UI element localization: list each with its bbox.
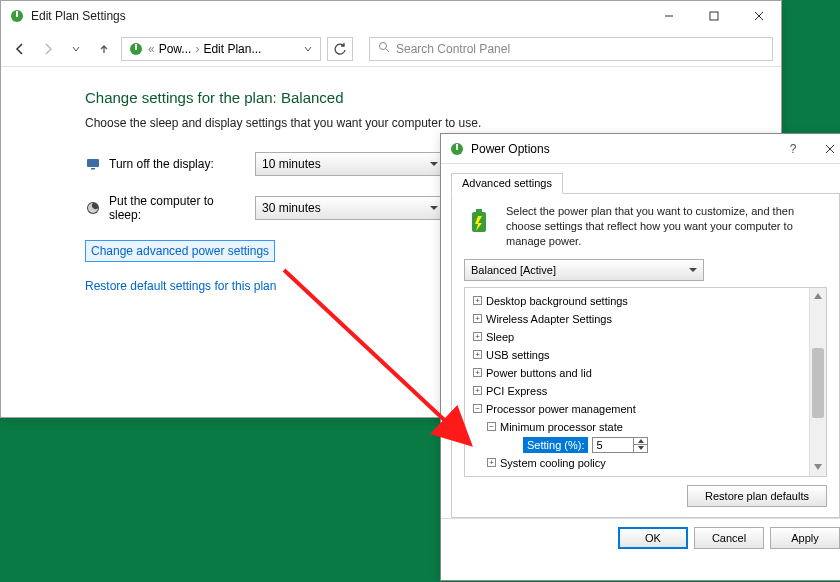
forward-button[interactable]: [37, 38, 59, 60]
display-timeout-dropdown[interactable]: 10 minutes: [255, 152, 445, 176]
cancel-button[interactable]: Cancel: [694, 527, 764, 549]
svg-rect-17: [472, 212, 486, 232]
page-heading: Change settings for the plan: Balanced: [85, 89, 745, 106]
ok-button[interactable]: OK: [618, 527, 688, 549]
dialog-title: Power Options: [471, 142, 550, 156]
sleep-timeout-dropdown[interactable]: 30 minutes: [255, 196, 445, 220]
svg-rect-14: [456, 144, 458, 150]
svg-rect-11: [91, 168, 95, 170]
tree-item[interactable]: +USB settings: [469, 346, 826, 364]
search-icon: [378, 41, 390, 56]
power-plan-dropdown[interactable]: Balanced [Active]: [464, 259, 704, 281]
expand-icon[interactable]: +: [487, 458, 496, 467]
scroll-up-icon[interactable]: [810, 288, 826, 305]
window-title: Edit Plan Settings: [31, 9, 126, 23]
breadcrumb-seg[interactable]: Edit Plan...: [203, 42, 261, 56]
page-description: Choose the sleep and display settings th…: [85, 116, 745, 130]
help-button[interactable]: ?: [776, 134, 810, 164]
svg-rect-18: [476, 209, 482, 212]
expand-icon[interactable]: +: [473, 296, 482, 305]
power-plan-icon: [449, 141, 465, 157]
tree-item[interactable]: +System cooling policy: [469, 454, 826, 472]
display-icon: [85, 156, 101, 172]
expand-icon[interactable]: +: [473, 332, 482, 341]
dialog-titlebar: Power Options ?: [441, 134, 840, 164]
breadcrumb[interactable]: « Pow... › Edit Plan...: [121, 37, 321, 61]
svg-point-8: [380, 43, 387, 50]
refresh-button[interactable]: [327, 37, 353, 61]
dialog-description: Select the power plan that you want to c…: [506, 204, 827, 249]
tree-item-min-processor[interactable]: −Minimum processor state: [469, 418, 826, 436]
close-button[interactable]: [810, 134, 840, 164]
tree-item[interactable]: +PCI Express: [469, 382, 826, 400]
restore-defaults-link[interactable]: Restore default settings for this plan: [85, 279, 276, 293]
collapse-icon[interactable]: −: [473, 404, 482, 413]
svg-rect-10: [87, 159, 99, 167]
setting-spinner[interactable]: [634, 437, 648, 453]
tree-item-processor-power[interactable]: −Processor power management: [469, 400, 826, 418]
breadcrumb-dropdown-icon[interactable]: [300, 42, 316, 56]
svg-line-9: [386, 49, 389, 52]
back-button[interactable]: [9, 38, 31, 60]
spinner-up-icon[interactable]: [634, 438, 647, 446]
tree-item[interactable]: +Sleep: [469, 328, 826, 346]
display-label: Turn off the display:: [109, 157, 214, 171]
minimize-button[interactable]: [646, 1, 691, 31]
setting-row: Setting (%): 5: [469, 436, 826, 454]
breadcrumb-chevron-icon: «: [148, 42, 155, 56]
search-input[interactable]: Search Control Panel: [369, 37, 773, 61]
scroll-down-icon[interactable]: [810, 459, 826, 476]
close-button[interactable]: [736, 1, 781, 31]
tree-item[interactable]: +Maximum processor state: [469, 472, 826, 476]
search-placeholder: Search Control Panel: [396, 42, 510, 56]
advanced-power-settings-link[interactable]: Change advanced power settings: [85, 240, 275, 262]
expand-icon[interactable]: +: [473, 386, 482, 395]
tree-item[interactable]: +Power buttons and lid: [469, 364, 826, 382]
restore-plan-defaults-button[interactable]: Restore plan defaults: [687, 485, 827, 507]
recent-dropdown[interactable]: [65, 38, 87, 60]
tab-advanced-settings[interactable]: Advanced settings: [451, 173, 563, 194]
collapse-icon[interactable]: −: [487, 422, 496, 431]
setting-value-input[interactable]: 5: [592, 437, 634, 453]
power-options-dialog: Power Options ? Advanced settings Select…: [440, 133, 840, 581]
svg-rect-7: [135, 44, 137, 50]
nav-row: « Pow... › Edit Plan... Search Control P…: [1, 31, 781, 67]
setting-label[interactable]: Setting (%):: [523, 437, 588, 453]
titlebar: Edit Plan Settings: [1, 1, 781, 31]
tree-item[interactable]: +Wireless Adapter Settings: [469, 310, 826, 328]
sleep-label: Put the computer to sleep:: [109, 194, 243, 222]
battery-icon: [464, 204, 496, 236]
breadcrumb-chevron-icon: ›: [195, 42, 199, 56]
svg-rect-3: [710, 12, 718, 20]
settings-tree: +Desktop background settings +Wireless A…: [464, 287, 827, 477]
svg-rect-1: [16, 11, 18, 17]
maximize-button[interactable]: [691, 1, 736, 31]
sleep-icon: [85, 200, 101, 216]
expand-icon[interactable]: +: [473, 368, 482, 377]
breadcrumb-seg[interactable]: Pow...: [159, 42, 192, 56]
expand-icon[interactable]: +: [473, 314, 482, 323]
expand-icon[interactable]: +: [473, 350, 482, 359]
apply-button[interactable]: Apply: [770, 527, 840, 549]
up-button[interactable]: [93, 38, 115, 60]
tree-scrollbar[interactable]: [809, 288, 826, 476]
spinner-down-icon[interactable]: [634, 445, 647, 452]
power-plan-icon: [9, 8, 25, 24]
scrollbar-thumb[interactable]: [812, 348, 824, 418]
power-plan-icon: [128, 41, 144, 57]
tree-item[interactable]: +Desktop background settings: [469, 292, 826, 310]
